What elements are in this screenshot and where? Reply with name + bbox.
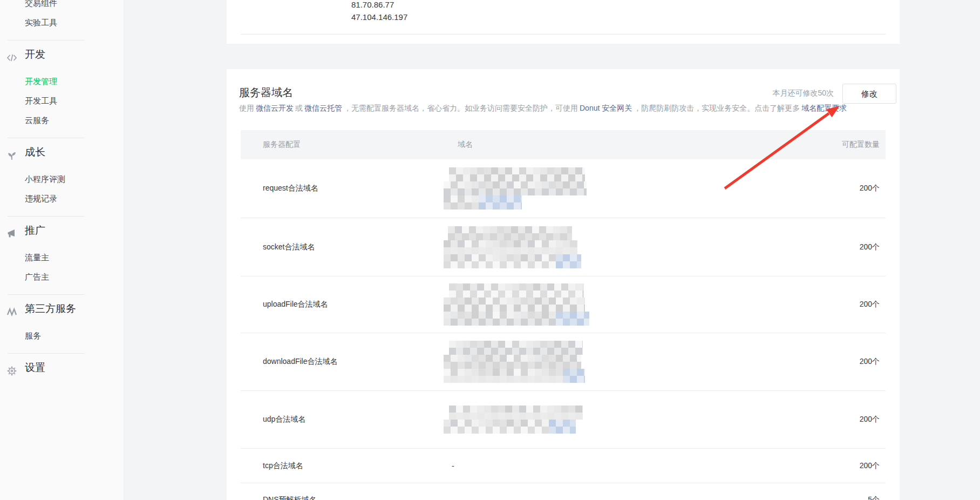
link-Donut 安全网关[interactable]: Donut 安全网关	[580, 104, 632, 112]
row-domain-value	[444, 226, 809, 268]
sidebar-divider	[8, 40, 84, 40]
empty-domain-dash: -	[444, 462, 454, 470]
row-config-label: socket合法域名	[263, 242, 444, 252]
sidebar-divider	[8, 216, 84, 217]
link-微信云托管[interactable]: 微信云托管	[304, 104, 342, 112]
sidebar-item-0[interactable]: 交易组件	[0, 0, 124, 13]
code-icon	[6, 49, 17, 60]
header-quota: 可配置数量	[809, 140, 880, 150]
row-config-label: udp合法域名	[263, 415, 444, 424]
table-row-request合法域名: request合法域名200个	[241, 159, 886, 218]
header-domain: 域名	[444, 140, 809, 150]
sidebar-divider	[8, 138, 84, 138]
row-config-label: request合法域名	[263, 184, 444, 193]
table-row-tcp合法域名: tcp合法域名-200个	[241, 449, 886, 483]
sidebar-section-8[interactable]: 成长	[0, 141, 124, 163]
monthly-modify-quota: 本月还可修改50次	[772, 89, 834, 98]
row-domain-value	[444, 283, 809, 326]
sidebar-section-label: 开发	[25, 49, 45, 60]
description-text: 或	[295, 104, 303, 112]
row-config-label: uploadFile合法域名	[263, 300, 444, 309]
sidebar-section-19[interactable]: 设置	[0, 357, 124, 379]
row-domain-value	[444, 406, 809, 434]
masked-domain-list	[444, 283, 809, 326]
sidebar-divider	[8, 353, 84, 354]
page-title: 服务器域名	[239, 85, 293, 100]
sidebar: 交易组件实验工具开发开发管理开发工具云服务成长小程序评测违规记录推广流量主广告主…	[0, 0, 124, 500]
row-domain-value	[444, 341, 809, 383]
table-row-downloadFile合法域名: downloadFile合法域名200个	[241, 333, 886, 391]
table-row-uploadFile合法域名: uploadFile合法域名200个	[241, 276, 886, 333]
sidebar-section-label: 成长	[25, 146, 45, 158]
sidebar-item-1[interactable]: 实验工具	[0, 13, 124, 32]
sidebar-section-label: 推广	[25, 225, 45, 236]
row-quota-value: 200个	[809, 242, 880, 252]
row-config-label: DNS预解析域名	[263, 495, 444, 500]
sidebar-item-17[interactable]: 服务	[0, 326, 124, 346]
description-text: ，防爬防刷防攻击，实现业务安全。点击了解更多	[634, 104, 800, 112]
sidebar-section-12[interactable]: 推广	[0, 220, 124, 241]
table-row-socket合法域名: socket合法域名200个	[241, 218, 886, 276]
table-row-udp合法域名: udp合法域名200个	[241, 391, 886, 449]
sidebar-item-10[interactable]: 违规记录	[0, 189, 124, 208]
masked-domain-list	[444, 226, 809, 268]
table-row-DNS预解析域名: DNS预解析域名5个	[241, 483, 886, 500]
sidebar-item-9[interactable]: 小程序评测	[0, 170, 124, 189]
ip-card: 81.70.86.77 47.104.146.197	[227, 0, 900, 44]
ip-address: 81.70.86.77	[351, 0, 394, 10]
row-quota-value: 200个	[809, 184, 880, 193]
sidebar-section-16[interactable]: 第三方服务	[0, 298, 124, 320]
masked-domain-list	[444, 167, 809, 210]
row-quota-value: 5个	[809, 495, 880, 500]
row-quota-value: 200个	[809, 357, 880, 367]
link-微信云开发[interactable]: 微信云开发	[256, 104, 294, 112]
description-text: 使用	[239, 104, 254, 112]
description: 使用微信云开发或微信云托管，无需配置服务器域名，省心省力。如业务访问需要安全防护…	[239, 104, 848, 113]
modify-button[interactable]: 修改	[842, 84, 896, 104]
sidebar-item-4[interactable]: 开发管理	[0, 72, 124, 91]
link-域名配置要求[interactable]: 域名配置要求	[801, 104, 847, 112]
sidebar-item-5[interactable]: 开发工具	[0, 91, 124, 111]
table-header: 服务器配置 域名 可配置数量	[241, 130, 886, 159]
sidebar-item-13[interactable]: 流量主	[0, 248, 124, 267]
gear-icon	[6, 362, 17, 373]
masked-domain-list	[444, 341, 809, 383]
ip-address: 47.104.146.197	[351, 12, 407, 22]
sprout-icon	[6, 147, 17, 158]
row-config-label: tcp合法域名	[263, 461, 444, 471]
row-domain-value: -	[444, 462, 809, 470]
sidebar-section-3[interactable]: 开发	[0, 44, 124, 65]
sidebar-section-label: 设置	[25, 362, 45, 373]
row-domain-value	[444, 167, 809, 210]
header-server-config: 服务器配置	[263, 140, 444, 150]
sidebar-item-14[interactable]: 广告主	[0, 267, 124, 287]
domain-table: 服务器配置 域名 可配置数量 request合法域名200个socket合法域名…	[241, 130, 886, 500]
description-text: ，无需配置服务器域名，省心省力。如业务访问需要安全防护，可使用	[344, 104, 578, 112]
row-config-label: downloadFile合法域名	[263, 357, 444, 367]
masked-domain-list	[444, 406, 809, 434]
row-quota-value: 200个	[809, 415, 880, 424]
sidebar-divider	[8, 294, 84, 295]
divider	[241, 34, 886, 35]
sidebar-item-6[interactable]: 云服务	[0, 111, 124, 130]
row-quota-value: 200个	[809, 300, 880, 309]
server-domain-card: 服务器域名 本月还可修改50次 修改 使用微信云开发或微信云托管，无需配置服务器…	[227, 69, 900, 500]
sidebar-section-label: 第三方服务	[25, 303, 76, 314]
row-quota-value: 200个	[809, 461, 880, 471]
third-party-icon	[6, 303, 17, 314]
megaphone-icon	[6, 225, 17, 236]
